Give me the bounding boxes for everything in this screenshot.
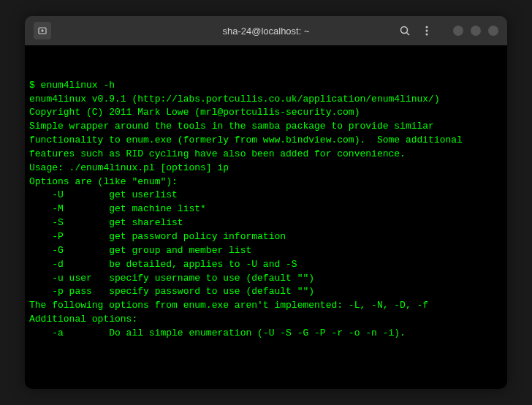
search-button[interactable] (399, 25, 411, 37)
search-icon (399, 25, 411, 37)
terminal-line: -U get userlist (29, 189, 503, 202)
close-button[interactable] (488, 26, 498, 36)
new-tab-icon (37, 26, 48, 36)
terminal-line: $ enum4linux -h (29, 79, 503, 93)
terminal-line: Additional options: (29, 313, 503, 327)
terminal-line: -p pass specify password to use (default… (29, 285, 503, 299)
terminal-line: enum4linux v0.9.1 (http://labs.portculli… (29, 93, 503, 107)
svg-point-7 (426, 34, 428, 36)
terminal-line: The following options from enum.exe aren… (29, 299, 503, 313)
terminal-line: -u user specify username to use (default… (29, 272, 503, 286)
window-controls (453, 26, 498, 36)
terminal-output[interactable]: $ enum4linux -henum4linux v0.9.1 (http:/… (25, 45, 507, 389)
terminal-line: Usage: ./enum4linux.pl [options] ip (29, 162, 503, 175)
terminal-line: Copyright (C) 2011 Mark Lowe (mrl@portcu… (29, 106, 503, 120)
svg-point-3 (401, 27, 408, 34)
titlebar-left (34, 22, 51, 39)
minimize-button[interactable] (453, 26, 463, 36)
terminal-line: Simple wrapper around the tools in the s… (29, 120, 503, 134)
terminal-line: -S get sharelist (29, 216, 503, 230)
svg-point-6 (426, 30, 428, 32)
terminal-window: sha-24@localhost: ~ $ (25, 16, 507, 389)
svg-point-5 (426, 26, 428, 29)
svg-line-4 (407, 33, 410, 36)
terminal-line: -M get machine list* (29, 202, 503, 216)
terminal-line: features such as RID cycling have also b… (29, 148, 503, 162)
new-tab-button[interactable] (34, 22, 51, 39)
terminal-line: -P get password policy information (29, 230, 503, 244)
terminal-line: Options are (like "enum"): (29, 175, 503, 189)
terminal-line: -a Do all simple enumeration (-U -S -G -… (29, 327, 503, 341)
titlebar-right (399, 25, 498, 37)
terminal-line: functionality to enum.exe (formerly from… (29, 134, 503, 148)
menu-button[interactable] (421, 25, 433, 37)
titlebar: sha-24@localhost: ~ (25, 16, 507, 45)
maximize-button[interactable] (471, 26, 481, 36)
terminal-line: -d be detailed, applies to -U and -S (29, 258, 503, 272)
menu-icon (421, 25, 433, 37)
window-title: sha-24@localhost: ~ (222, 26, 309, 37)
terminal-line: -G get group and member list (29, 244, 503, 258)
